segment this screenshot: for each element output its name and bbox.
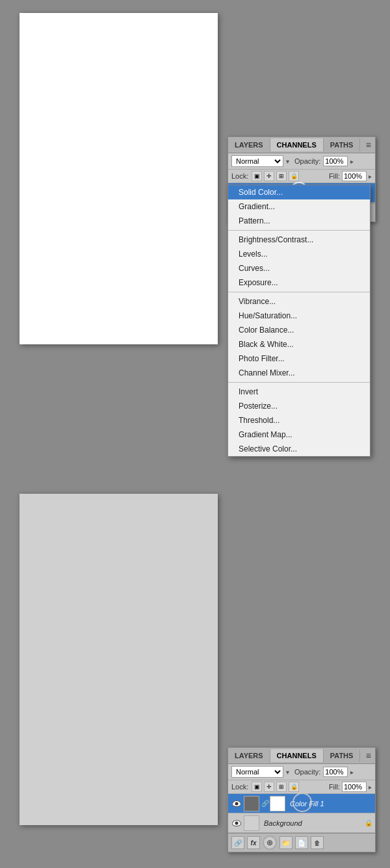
panel-menu-icon-top[interactable]: ≡ <box>362 137 375 153</box>
lock-artboard-btn[interactable]: ⊞ <box>276 171 287 181</box>
tab-layers-bottom[interactable]: LAYERS <box>228 749 270 762</box>
menu-separator-2 <box>228 292 370 292</box>
lock-move-btn[interactable]: ✛ <box>264 171 274 181</box>
tab-paths-top[interactable]: PATHS <box>324 138 361 151</box>
panel-tabs-bottom: LAYERS CHANNELS PATHS ≡ <box>228 748 375 764</box>
menu-item-exposure[interactable]: Exposure... <box>228 275 370 290</box>
layers-panel-bottom: LAYERS CHANNELS PATHS ≡ Normal ▾ Opacity… <box>228 747 376 852</box>
blend-mode-select-top[interactable]: Normal <box>231 155 283 167</box>
menu-item-hue-saturation[interactable]: Hue/Saturation... <box>228 309 370 323</box>
lock-icons-bottom: ▣ ✛ ⊞ 🔒 <box>252 782 299 792</box>
tab-channels-bottom[interactable]: CHANNELS <box>270 749 324 762</box>
menu-item-gradient[interactable]: Gradient... <box>228 199 370 214</box>
layer-thumb-fill-left <box>244 796 259 811</box>
lock-all-btn-bottom[interactable]: 🔒 <box>289 782 299 792</box>
menu-item-color-balance[interactable]: Color Balance... <box>228 323 370 337</box>
layer-item-background[interactable]: Background 🔒 <box>228 813 375 833</box>
new-fill-btn-bottom[interactable]: ⊕ <box>263 836 277 850</box>
lock-label-bottom: Lock: <box>231 783 248 791</box>
menu-item-curves[interactable]: Curves... <box>228 261 370 275</box>
lock-artboard-btn-bottom[interactable]: ⊞ <box>276 782 287 792</box>
layer-link-icon-fill: 🔗 <box>261 796 269 811</box>
menu-item-selective-color[interactable]: Selective Color... <box>228 442 370 456</box>
blend-mode-select-bottom[interactable]: Normal <box>231 766 283 778</box>
lock-icons-top: ▣ ✛ ⊞ 🔒 <box>252 171 299 181</box>
lock-pixel-btn[interactable]: ▣ <box>252 171 262 181</box>
panel-toolbar-bottom: 🔗 fx ⊕ 📁 📄 🗑 <box>228 833 375 852</box>
lock-row-top: Lock: ▣ ✛ ⊞ 🔒 Fill: ▸ <box>228 170 375 183</box>
opacity-label-bottom: Opacity: <box>294 768 320 776</box>
menu-item-channel-mixer[interactable]: Channel Mixer... <box>228 366 370 380</box>
fill-label-top: Fill: <box>329 172 340 180</box>
layer-visibility-bg[interactable] <box>231 817 242 829</box>
fill-arrow-bottom: ▸ <box>369 784 372 791</box>
layer-thumb-fill-right <box>270 796 285 811</box>
opacity-arrow-bottom: ▸ <box>350 769 354 776</box>
opacity-input-bottom[interactable] <box>323 767 348 777</box>
menu-item-threshold[interactable]: Threshold... <box>228 413 370 428</box>
blend-arrow-bottom: ▾ <box>286 769 289 776</box>
tab-layers-top[interactable]: LAYERS <box>228 138 270 151</box>
lock-all-btn[interactable]: 🔒 <box>289 171 299 181</box>
menu-item-vibrance[interactable]: Vibrance... <box>228 294 370 309</box>
canvas-bottom <box>20 494 218 825</box>
layer-visibility-fill[interactable] <box>231 798 242 810</box>
fill-label-bottom: Fill: <box>329 783 340 791</box>
menu-item-black-white[interactable]: Black & White... <box>228 337 370 351</box>
layer-name-bg: Background <box>264 819 365 827</box>
fill-input-bottom[interactable] <box>342 782 367 792</box>
fill-input-top[interactable] <box>342 171 367 181</box>
opacity-label-top: Opacity: <box>294 157 320 165</box>
menu-separator-1 <box>228 230 370 231</box>
lock-label-top: Lock: <box>231 172 248 180</box>
fx-btn-bottom[interactable]: fx <box>247 836 260 849</box>
eye-icon-fill <box>232 800 241 807</box>
layer-item-color-fill[interactable]: 🔗 Color Fill 1 <box>228 794 375 813</box>
layer-thumb-bg <box>244 815 259 831</box>
panel-tabs-top: LAYERS CHANNELS PATHS ≡ <box>228 137 375 153</box>
new-layer-btn-bottom[interactable]: 📄 <box>295 836 308 849</box>
tab-channels-top[interactable]: CHANNELS <box>270 138 324 151</box>
menu-item-brightness-contrast[interactable]: Brightness/Contrast... <box>228 233 370 247</box>
menu-item-photo-filter[interactable]: Photo Filter... <box>228 351 370 366</box>
layer-name-fill: Color Fill 1 <box>290 800 372 808</box>
blend-row-top: Normal ▾ Opacity: ▸ <box>228 153 375 170</box>
lock-move-btn-bottom[interactable]: ✛ <box>264 782 274 792</box>
blend-arrow-top: ▾ <box>286 158 289 165</box>
eye-icon-bg <box>232 820 241 826</box>
blend-row-bottom: Normal ▾ Opacity: ▸ <box>228 764 375 780</box>
menu-item-posterize[interactable]: Posterize... <box>228 399 370 413</box>
delete-layer-btn-bottom[interactable]: 🗑 <box>311 836 324 849</box>
adjustment-layer-menu: Solid Color... Gradient... Pattern... Br… <box>228 185 370 457</box>
menu-item-pattern[interactable]: Pattern... <box>228 214 370 228</box>
tab-paths-bottom[interactable]: PATHS <box>324 749 361 762</box>
fill-arrow-top: ▸ <box>369 173 372 180</box>
lock-row-bottom: Lock: ▣ ✛ ⊞ 🔒 Fill: ▸ <box>228 780 375 794</box>
menu-separator-3 <box>228 382 370 383</box>
opacity-input-top[interactable] <box>323 156 348 166</box>
lock-pixel-btn-bottom[interactable]: ▣ <box>252 782 262 792</box>
lock-icon-bg: 🔒 <box>365 819 372 826</box>
new-group-btn-bottom[interactable]: 📁 <box>280 836 292 849</box>
menu-item-gradient-map[interactable]: Gradient Map... <box>228 428 370 442</box>
panel-menu-icon-bottom[interactable]: ≡ <box>362 748 375 763</box>
opacity-arrow-top: ▸ <box>350 158 354 165</box>
menu-item-invert[interactable]: Invert <box>228 385 370 399</box>
canvas-top <box>20 13 218 344</box>
link-layers-btn-bottom[interactable]: 🔗 <box>231 836 244 849</box>
menu-item-levels[interactable]: Levels... <box>228 247 370 261</box>
menu-item-solid-color[interactable]: Solid Color... <box>228 185 370 199</box>
